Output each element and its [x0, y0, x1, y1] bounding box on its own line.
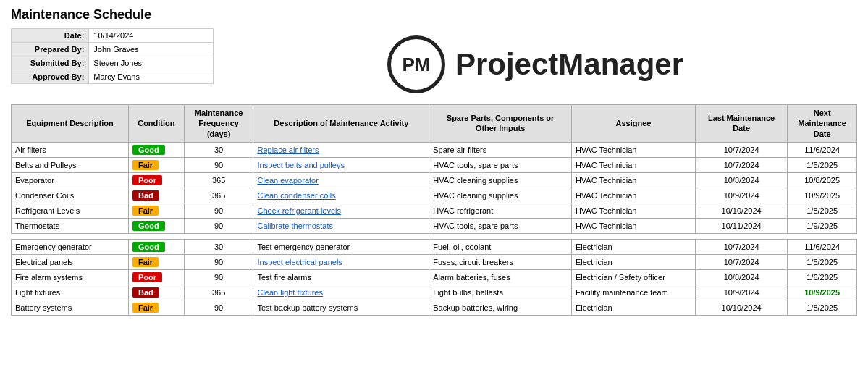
- header-assignee: Assignee: [571, 105, 695, 143]
- equipment-cell: Condenser Coils: [12, 188, 129, 203]
- submitted-label: Submitted By:: [12, 56, 89, 70]
- table-row: ThermostatsGood90Calibrate thermostatsHV…: [12, 218, 857, 233]
- table-row: Condenser CoilsBad365Clean condenser coi…: [12, 188, 857, 203]
- next-date-cell: 10/8/2025: [788, 172, 857, 188]
- last-date-cell: 10/7/2024: [695, 157, 787, 172]
- assignee-cell: Electrician: [571, 300, 695, 315]
- frequency-cell: 90: [184, 269, 253, 285]
- assignee-cell: HVAC Technician: [571, 203, 695, 218]
- logo-pm-text: PM: [402, 54, 430, 76]
- activity-cell[interactable]: Clean evaporator: [253, 172, 429, 188]
- assignee-cell: HVAC Technician: [571, 188, 695, 203]
- condition-badge: Bad: [132, 190, 159, 201]
- table-row: Refrigerant LevelsFair90Check refrigeran…: [12, 203, 857, 218]
- spare-parts-cell: Fuses, circuit breakers: [429, 254, 572, 269]
- equipment-cell: Air filters: [12, 142, 129, 157]
- next-date-cell: 1/9/2025: [788, 218, 857, 233]
- condition-cell: Bad: [128, 285, 184, 300]
- frequency-cell: 30: [184, 142, 253, 157]
- activity-cell[interactable]: Check refrigerant levels: [253, 203, 429, 218]
- condition-cell: Good: [128, 239, 184, 254]
- date-label: Date:: [12, 29, 89, 43]
- table-row: Air filtersGood30Replace air filtersSpar…: [12, 142, 857, 157]
- frequency-cell: 365: [184, 285, 253, 300]
- condition-cell: Fair: [128, 203, 184, 218]
- assignee-cell: Electrician / Safety officer: [571, 269, 695, 285]
- table-row: Light fixturesBad365Clean light fixtures…: [12, 285, 857, 300]
- activity-cell[interactable]: Clean light fixtures: [253, 285, 429, 300]
- last-date-cell: 10/7/2024: [695, 254, 787, 269]
- condition-badge: Poor: [132, 175, 162, 185]
- activity-cell[interactable]: Clean condenser coils: [253, 188, 429, 203]
- next-date-cell: 10/9/2025: [788, 188, 857, 203]
- spare-parts-cell: Fuel, oil, coolant: [429, 239, 572, 254]
- spare-parts-cell: Backup batteries, wiring: [429, 300, 572, 315]
- approved-label: Approved By:: [12, 70, 89, 84]
- frequency-cell: 90: [184, 300, 253, 315]
- spare-parts-cell: Light bulbs, ballasts: [429, 285, 572, 300]
- logo-name: ProjectManager: [455, 47, 683, 82]
- activity-cell[interactable]: Inspect belts and pulleys: [253, 157, 429, 172]
- activity-cell: Test fire alarms: [253, 269, 429, 285]
- last-date-cell: 10/7/2024: [695, 142, 787, 157]
- condition-cell: Fair: [128, 254, 184, 269]
- activity-cell[interactable]: Inspect electrical panels: [253, 254, 429, 269]
- spare-parts-cell: HVAC cleaning supplies: [429, 172, 572, 188]
- condition-cell: Fair: [128, 157, 184, 172]
- equipment-cell: Emergency generator: [12, 239, 129, 254]
- activity-cell: Test backup battery systems: [253, 300, 429, 315]
- condition-cell: Good: [128, 218, 184, 233]
- frequency-cell: 90: [184, 218, 253, 233]
- assignee-cell: Electrician: [571, 239, 695, 254]
- top-section: Date: 10/14/2024 Prepared By: John Grave…: [11, 28, 857, 93]
- equipment-cell: Battery systems: [12, 300, 129, 315]
- prepared-label: Prepared By:: [12, 43, 89, 56]
- assignee-cell: Facility maintenance team: [571, 285, 695, 300]
- frequency-cell: 30: [184, 239, 253, 254]
- condition-cell: Poor: [128, 269, 184, 285]
- activity-cell: Test emergency generator: [253, 239, 429, 254]
- spacer-row: [12, 233, 857, 239]
- table-row: EvaporatorPoor365Clean evaporatorHVAC cl…: [12, 172, 857, 188]
- last-date-cell: 10/8/2024: [695, 172, 787, 188]
- next-date-cell: 10/9/2025: [788, 285, 857, 300]
- prepared-value: John Graves: [89, 43, 214, 56]
- condition-cell: Fair: [128, 300, 184, 315]
- activity-cell[interactable]: Calibrate thermostats: [253, 218, 429, 233]
- equipment-cell: Light fixtures: [12, 285, 129, 300]
- equipment-cell: Evaporator: [12, 172, 129, 188]
- page: Maintenance Schedule Date: 10/14/2024 Pr…: [0, 0, 868, 323]
- assignee-cell: Electrician: [571, 254, 695, 269]
- date-value: 10/14/2024: [89, 29, 214, 43]
- condition-badge: Poor: [132, 272, 162, 282]
- submitted-value: Steven Jones: [89, 56, 214, 70]
- condition-badge: Bad: [132, 287, 159, 298]
- next-date-cell: 1/6/2025: [788, 269, 857, 285]
- condition-badge: Fair: [132, 206, 159, 216]
- next-date-cell: 1/5/2025: [788, 157, 857, 172]
- spare-parts-cell: Alarm batteries, fuses: [429, 269, 572, 285]
- activity-cell[interactable]: Replace air filters: [253, 142, 429, 157]
- next-date-cell: 1/5/2025: [788, 254, 857, 269]
- table-header-row: Equipment Description Condition Maintena…: [12, 105, 857, 143]
- assignee-cell: HVAC Technician: [571, 172, 695, 188]
- condition-badge: Fair: [132, 160, 159, 170]
- logo-area: PM ProjectManager: [214, 28, 857, 93]
- last-date-cell: 10/11/2024: [695, 218, 787, 233]
- approved-value: Marcy Evans: [89, 70, 214, 84]
- table-row: Emergency generatorGood30Test emergency …: [12, 239, 857, 254]
- table-row: Electrical panelsFair90Inspect electrica…: [12, 254, 857, 269]
- main-table: Equipment Description Condition Maintena…: [11, 104, 857, 316]
- condition-cell: Good: [128, 142, 184, 157]
- meta-table: Date: 10/14/2024 Prepared By: John Grave…: [11, 28, 214, 84]
- assignee-cell: HVAC Technician: [571, 142, 695, 157]
- header-condition: Condition: [128, 105, 184, 143]
- condition-badge: Fair: [132, 257, 159, 267]
- condition-cell: Bad: [128, 188, 184, 203]
- page-title: Maintenance Schedule: [11, 7, 857, 22]
- assignee-cell: HVAC Technician: [571, 218, 695, 233]
- table-row: Battery systemsFair90Test backup battery…: [12, 300, 857, 315]
- last-date-cell: 10/8/2024: [695, 269, 787, 285]
- assignee-cell: HVAC Technician: [571, 157, 695, 172]
- header-next-date: NextMaintenanceDate: [788, 105, 857, 143]
